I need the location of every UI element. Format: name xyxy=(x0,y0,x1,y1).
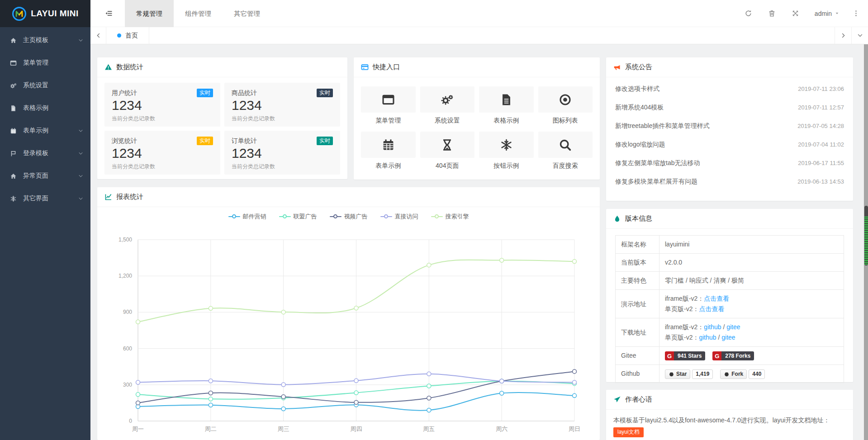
tab-home[interactable]: 首页 xyxy=(106,27,149,44)
stat-value: 1234 xyxy=(112,98,213,113)
github-star-count[interactable]: 1,419 xyxy=(692,369,713,379)
tab-operations-button[interactable] xyxy=(851,27,868,44)
list-item[interactable]: 修复左侧菜单缩放tab无法移动2019-06-17 11:55 xyxy=(615,154,844,172)
chevron-down-icon xyxy=(78,38,83,43)
tab-home-label: 首页 xyxy=(125,32,138,40)
sidebar-item-other-pages[interactable]: 其它界面 xyxy=(0,187,90,210)
home-icon xyxy=(10,173,21,180)
more-menu-button[interactable] xyxy=(846,0,865,27)
gitee-icon: G xyxy=(665,351,674,360)
sidebar-item-home-templates[interactable]: 主页模板 xyxy=(0,29,90,52)
download-github-link[interactable]: github xyxy=(699,334,716,341)
quick-item-menu-manage[interactable]: 菜单管理 xyxy=(361,86,416,125)
version-card-header: 版本信息 xyxy=(606,209,853,229)
legend-item[interactable]: 直接访问 xyxy=(380,213,418,221)
list-item[interactable]: 修改选项卡样式2019-07-11 23:06 xyxy=(615,80,844,98)
chevron-right-icon xyxy=(840,33,846,38)
quick-card-title: 快捷入口 xyxy=(373,63,400,71)
tab-scroll-right-button[interactable] xyxy=(835,27,851,44)
app-title: LAYUI MINI xyxy=(31,9,79,19)
legend-item[interactable]: 搜索引擎 xyxy=(431,213,469,221)
notice-list: 修改选项卡样式2019-07-11 23:06 新增系统404模板2019-07… xyxy=(606,77,853,191)
stat-box-users[interactable]: 用户统计实时 1234 当前分类总记录数 xyxy=(104,83,220,127)
list-item[interactable]: 新增treetable插件和菜单管理样式2019-07-05 14:28 xyxy=(615,117,844,135)
sidebar-item-system-settings[interactable]: 系统设置 xyxy=(0,74,90,97)
sidebar-item-error-pages[interactable]: 异常页面 xyxy=(0,165,90,187)
sidebar-item-login-templates[interactable]: 登录模板 xyxy=(0,142,90,165)
top-header: 常规管理 组件管理 其它管理 admin xyxy=(90,0,868,27)
github-fork-button[interactable]: Fork xyxy=(720,369,747,379)
nav-tab-other[interactable]: 其它管理 xyxy=(223,0,271,27)
table-row: 演示地址 iframe版-v2：点击查看 单页版-v2：点击查看 xyxy=(616,290,844,318)
paper-plane-icon xyxy=(613,396,621,403)
download-github-link[interactable]: github xyxy=(704,323,721,331)
quick-item-form-demo[interactable]: 表单示例 xyxy=(361,132,416,170)
github-fork-count[interactable]: 440 xyxy=(749,369,765,379)
chart-legend: 邮件营销 联盟广告 视频广告 直接访问 搜索引擎 xyxy=(97,207,600,226)
version-table: 框架名称 layuimini 当前版本 v2.0.0 主要特色 零门槛 / 响应… xyxy=(615,235,844,383)
legend-item[interactable]: 视频广告 xyxy=(330,213,368,221)
list-item[interactable]: 修改logo缩放问题2019-07-04 11:02 xyxy=(615,135,844,154)
trash-icon xyxy=(768,9,776,17)
logo-mark-icon xyxy=(12,6,27,21)
author-card: 作者心语 本模板基于layui2.5.4以及font-awesome-4.7.0… xyxy=(606,390,853,440)
demo-spa-link[interactable]: 点击查看 xyxy=(699,305,724,312)
download-gitee-link[interactable]: gitee xyxy=(726,323,740,331)
quick-item-404-page[interactable]: 404页面 xyxy=(420,132,475,170)
hourglass-icon xyxy=(441,138,454,151)
quick-item-button-demo[interactable]: 按钮示例 xyxy=(479,132,534,170)
status-badge: 实时 xyxy=(317,89,333,97)
sidebar-item-table-demo[interactable]: 表格示例 xyxy=(0,97,90,119)
report-card-title: 报表统计 xyxy=(116,193,143,201)
megaphone-icon xyxy=(613,63,621,71)
snowflake-icon xyxy=(500,138,513,151)
refresh-button[interactable] xyxy=(737,0,760,27)
svg-text:周二: 周二 xyxy=(205,426,217,432)
report-card-header: 报表统计 xyxy=(97,187,600,207)
sidebar-item-form-demo[interactable]: 表单示例 xyxy=(0,119,90,142)
legend-symbol-icon xyxy=(330,214,342,219)
menu-fold-button[interactable] xyxy=(99,0,119,27)
search-icon xyxy=(559,138,572,151)
scrollbar-track[interactable] xyxy=(864,44,868,440)
stat-box-orders[interactable]: 订单统计实时 1234 当前分类总记录数 xyxy=(224,131,340,175)
calendar-icon xyxy=(10,128,21,134)
legend-symbol-icon xyxy=(279,214,291,219)
quick-item-table-demo[interactable]: 表格示例 xyxy=(479,86,534,125)
sidebar-item-menu-manage[interactable]: 菜单管理 xyxy=(0,52,90,74)
quick-item-icon-list[interactable]: 图标列表 xyxy=(538,86,593,125)
svg-text:周一: 周一 xyxy=(132,426,144,432)
gitee-forks-badge[interactable]: G278 Forks xyxy=(712,351,754,360)
legend-item[interactable]: 联盟广告 xyxy=(279,213,317,221)
clear-cache-button[interactable] xyxy=(760,0,784,27)
download-gitee-link[interactable]: gitee xyxy=(721,334,735,341)
stat-box-views[interactable]: 浏览统计实时 1234 当前分类总记录数 xyxy=(104,131,220,175)
tab-scroll-left-button[interactable] xyxy=(90,27,106,44)
quick-item-system-settings[interactable]: 系统设置 xyxy=(420,86,475,125)
gears-icon xyxy=(441,93,454,106)
fullscreen-button[interactable] xyxy=(784,0,807,27)
list-item[interactable]: 新增系统404模板2019-07-11 12:57 xyxy=(615,98,844,117)
list-item[interactable]: 修复多模块菜单栏展开有问题2019-06-13 14:53 xyxy=(615,172,844,191)
page-tabbar: 首页 xyxy=(90,27,868,44)
app-logo[interactable]: LAYUI MINI xyxy=(0,0,90,27)
nav-tab-components[interactable]: 组件管理 xyxy=(174,0,223,27)
quick-item-baidu-search[interactable]: 百度搜索 xyxy=(538,132,593,170)
stat-box-goods[interactable]: 商品统计实时 1234 当前分类总记录数 xyxy=(224,83,340,127)
chevron-down-icon xyxy=(78,196,83,201)
svg-text:1,200: 1,200 xyxy=(119,273,132,279)
nav-tab-general[interactable]: 常规管理 xyxy=(125,0,174,27)
legend-symbol-icon xyxy=(380,214,392,219)
status-badge: 实时 xyxy=(197,89,213,97)
legend-item[interactable]: 邮件营销 xyxy=(228,213,266,221)
layui-doc-badge[interactable]: layui文档 xyxy=(613,427,644,437)
status-badge: 实时 xyxy=(197,137,213,145)
user-dropdown[interactable]: admin xyxy=(807,0,846,27)
octocat-icon xyxy=(669,371,674,377)
active-tab-dot-icon xyxy=(117,33,121,38)
demo-iframe-link[interactable]: 点击查看 xyxy=(704,295,729,302)
scrollbar-thumb[interactable] xyxy=(864,206,868,265)
legend-symbol-icon xyxy=(228,214,240,219)
github-star-button[interactable]: Star xyxy=(665,369,690,379)
gitee-stars-badge[interactable]: G941 Stars xyxy=(665,351,705,360)
